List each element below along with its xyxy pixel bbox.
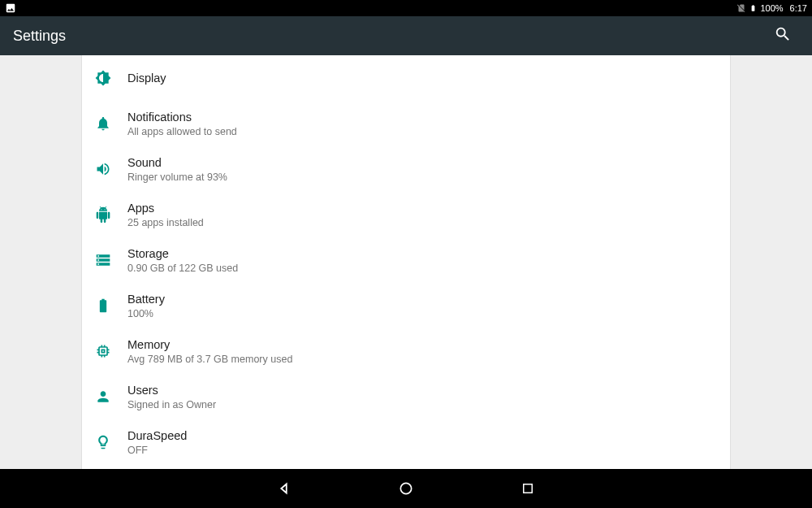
action-bar: Settings: [0, 16, 812, 55]
row-title: Battery: [127, 292, 717, 307]
settings-row-users[interactable]: UsersSigned in as Owner: [82, 374, 730, 419]
row-subtitle: Signed in as Owner: [127, 399, 717, 410]
settings-row-memory[interactable]: MemoryAvg 789 MB of 3.7 GB memory used: [82, 328, 730, 374]
storage-icon: [95, 252, 127, 268]
settings-row-apps[interactable]: Apps25 apps installed: [82, 192, 730, 237]
row-subtitle: OFF: [127, 445, 717, 456]
home-icon: [398, 480, 414, 497]
row-title: Notifications: [127, 110, 717, 125]
row-title: Sound: [127, 155, 717, 171]
row-title: Display: [127, 71, 717, 86]
row-subtitle: Avg 789 MB of 3.7 GB memory used: [127, 354, 717, 365]
clock-text: 6:17: [790, 3, 807, 13]
image-icon: [5, 2, 16, 14]
search-button[interactable]: [767, 20, 799, 52]
svg-point-0: [400, 483, 411, 493]
settings-row-notifications[interactable]: NotificationsAll apps allowed to send: [82, 101, 730, 146]
no-sim-icon: [736, 3, 746, 13]
content-area: DisplayNotificationsAll apps allowed to …: [0, 55, 812, 469]
users-icon: [95, 389, 127, 405]
sound-icon: [95, 161, 127, 177]
recent-icon: [520, 481, 535, 496]
memory-icon: [95, 343, 127, 359]
row-title: Storage: [127, 246, 717, 262]
page-title: Settings: [13, 28, 66, 45]
settings-row-display[interactable]: Display: [82, 55, 730, 101]
back-button[interactable]: [268, 472, 300, 505]
settings-row-storage[interactable]: Storage0.90 GB of 122 GB used: [82, 237, 730, 283]
row-subtitle: All apps allowed to send: [127, 126, 717, 137]
settings-row-sound[interactable]: SoundRinger volume at 93%: [82, 146, 730, 192]
row-subtitle: 0.90 GB of 122 GB used: [127, 263, 717, 274]
settings-panel[interactable]: DisplayNotificationsAll apps allowed to …: [81, 55, 731, 469]
svg-rect-1: [524, 484, 533, 493]
home-button[interactable]: [390, 472, 422, 505]
back-icon: [275, 480, 293, 497]
row-title: Apps: [127, 201, 717, 216]
navigation-bar: [0, 469, 812, 508]
row-subtitle: 100%: [127, 308, 717, 319]
notifications-icon: [95, 115, 127, 132]
row-title: DuraSpeed: [127, 428, 717, 444]
battery-text: 100%: [760, 3, 783, 13]
row-subtitle: Ringer volume at 93%: [127, 172, 717, 183]
battery-icon: [749, 2, 757, 14]
settings-row-battery[interactable]: Battery100%: [82, 283, 730, 328]
duraspeed-icon: [95, 434, 127, 450]
status-bar: 100% 6:17: [0, 0, 812, 16]
search-icon: [774, 25, 792, 46]
row-title: Memory: [127, 337, 717, 353]
display-icon: [95, 70, 127, 86]
battery-icon: [95, 297, 127, 314]
recent-button[interactable]: [512, 472, 544, 505]
apps-icon: [95, 206, 127, 223]
row-subtitle: 25 apps installed: [127, 217, 717, 228]
row-title: Users: [127, 383, 717, 398]
settings-row-duraspeed[interactable]: DuraSpeedOFF: [82, 419, 730, 465]
